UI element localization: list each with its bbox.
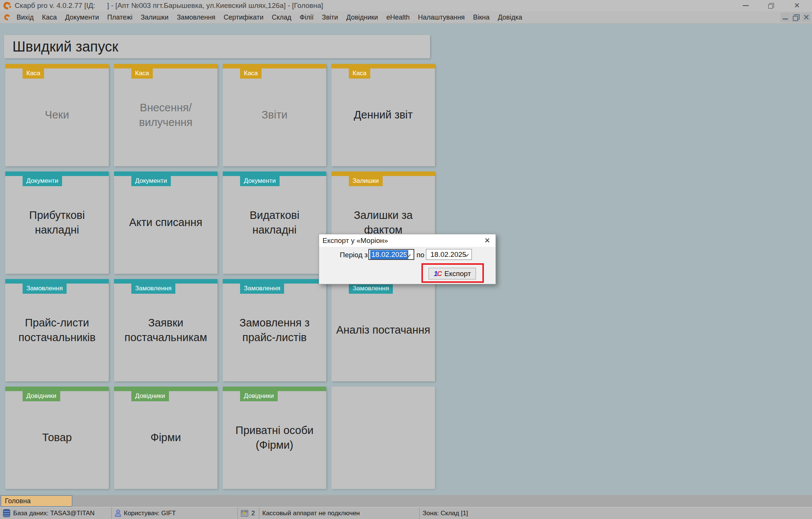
- quick-launch-tile[interactable]: Каса Денний звіт: [331, 64, 435, 166]
- tab-holovna[interactable]: Головна: [1, 495, 72, 507]
- status-bar: База даних: TASA3@TITAN Користувач: GIFT…: [0, 507, 812, 519]
- menu-item-vikna[interactable]: Вікна: [469, 11, 494, 23]
- tile-label: Товар: [9, 387, 105, 489]
- database-label: База даних: TASA3@TITAN: [13, 510, 94, 517]
- zone-label: Зона: Склад [1]: [423, 510, 468, 517]
- quick-launch-tile[interactable]: Документи Видаткові накладні: [223, 171, 326, 274]
- app-logo-icon: [2, 1, 12, 11]
- quick-launch-tile[interactable]: Довідники Фірми: [114, 387, 217, 489]
- date-from-combobox[interactable]: 18.02.2025: [368, 249, 414, 260]
- export-button-label: Експорт: [444, 270, 471, 278]
- menu-item-nalashtuvannia[interactable]: Налаштування: [414, 11, 469, 23]
- menu-item-dovidnyky[interactable]: Довідники: [342, 11, 382, 23]
- menu-bar: Вихід Каса Документи Платежі Залишки Зам…: [0, 11, 812, 24]
- close-icon[interactable]: ✕: [793, 2, 801, 9]
- window-title: Скарб pro v. 4.0.2.77 [ІД: ] - [Апт №003…: [15, 2, 323, 10]
- dialog-title: Експорт у «Моріон»: [319, 237, 388, 245]
- cash-register-icon: [241, 510, 248, 517]
- quick-launch-tile[interactable]: Замовлення Прайс-листи постачальників: [5, 279, 109, 381]
- quick-launch-tile[interactable]: Замовлення Заявки постачальникам: [114, 279, 217, 381]
- menu-app-logo-icon: [3, 13, 11, 21]
- tile-label: Прибуткові накладні: [9, 171, 105, 274]
- tile-label: Видаткові накладні: [227, 171, 322, 274]
- tile-label: Денний звіт: [335, 64, 431, 166]
- status-user: Користувач: GIFT: [112, 507, 238, 519]
- menu-item-platezhi[interactable]: Платежі: [103, 11, 137, 23]
- mdi-restore-icon[interactable]: [791, 12, 801, 22]
- quick-launch-tile[interactable]: Каса Внесення/вилучення: [114, 64, 217, 166]
- page-title: Швидкий запуск: [4, 39, 118, 55]
- export-button[interactable]: 1С Експорт: [429, 268, 476, 279]
- title-bar: Скарб pro v. 4.0.2.77 [ІД: ] - [Апт №003…: [0, 0, 812, 11]
- export-dialog: Експорт у «Моріон» ✕ Період з 18.02.2025…: [319, 234, 496, 284]
- tab-label: Головна: [1, 497, 30, 505]
- 1c-export-icon: 1С: [434, 270, 442, 278]
- mdi-minimize-icon[interactable]: [780, 12, 790, 22]
- status-zone: Зона: Склад [1]: [420, 507, 812, 519]
- user-label: Користувач: GIFT: [124, 510, 176, 517]
- register-count: 2: [251, 510, 255, 517]
- menu-item-sklad[interactable]: Склад: [268, 11, 295, 23]
- menu-items: Вихід Каса Документи Платежі Залишки Зам…: [12, 11, 526, 23]
- quick-launch-tile[interactable]: Замовлення Аналіз постачання: [331, 279, 435, 381]
- minimize-icon[interactable]: [742, 2, 750, 9]
- quick-launch-tile[interactable]: Довідники Товар: [5, 387, 109, 489]
- date-to-value: 18.02.2025: [429, 250, 467, 259]
- menu-item-zalyshky[interactable]: Залишки: [137, 11, 173, 23]
- tile-label: Акти списання: [118, 171, 214, 274]
- tile-label: Внесення/вилучення: [118, 64, 214, 166]
- menu-item-vykhid[interactable]: Вихід: [12, 11, 38, 23]
- tile-label: [335, 387, 431, 489]
- menu-item-dokumenty[interactable]: Документи: [61, 11, 103, 23]
- quick-launch-tile[interactable]: Документи Прибуткові накладні: [5, 171, 109, 274]
- menu-item-zamovlennia[interactable]: Замовлення: [173, 11, 220, 23]
- database-icon: [3, 509, 10, 517]
- period-to-label: по: [417, 251, 424, 259]
- user-icon: [115, 510, 121, 517]
- quick-launch-tile: [331, 387, 435, 489]
- menu-item-dovidka[interactable]: Довідка: [494, 11, 526, 23]
- status-cash-register: Кассовый аппарат не подключен: [259, 507, 420, 519]
- menu-item-filii[interactable]: Філії: [295, 11, 318, 23]
- menu-item-ehealth[interactable]: eHealth: [382, 11, 414, 23]
- quick-launch-tile[interactable]: Довідники Приватні особи (Фірми): [223, 387, 326, 489]
- tile-label: Аналіз постачання: [335, 279, 431, 381]
- status-database: База даних: TASA3@TITAN: [0, 507, 112, 519]
- menu-item-sertyfikaty[interactable]: Сертифікати: [219, 11, 268, 23]
- dialog-title-bar[interactable]: Експорт у «Моріон»: [319, 234, 496, 247]
- tile-label: Прайс-листи постачальників: [9, 279, 105, 381]
- date-to-combobox[interactable]: 18.02.2025: [426, 249, 472, 260]
- quick-launch-tile[interactable]: Каса Звіти: [223, 64, 326, 166]
- tile-label: Приватні особи (Фірми): [227, 387, 322, 489]
- period-from-label: Період з: [340, 251, 368, 259]
- quick-launch-tile[interactable]: Замовлення Замовлення з прайс-листів: [223, 279, 326, 381]
- status-register-count: 2: [238, 507, 259, 519]
- restore-icon[interactable]: [768, 2, 775, 9]
- quick-launch-tile[interactable]: Документи Акти списання: [114, 171, 217, 274]
- dialog-close-icon[interactable]: ✕: [483, 236, 492, 245]
- cash-register-label: Кассовый аппарат не подключен: [262, 510, 360, 517]
- menu-item-zvity[interactable]: Звіти: [318, 11, 342, 23]
- mdi-close-icon[interactable]: ✕: [801, 12, 811, 22]
- quick-launch-tile[interactable]: Каса Чеки: [5, 64, 109, 166]
- date-from-value: 18.02.2025: [370, 250, 408, 259]
- tab-bar: Головна: [0, 495, 812, 507]
- tile-label: Чеки: [9, 64, 105, 166]
- quick-launch-header: Швидкий запуск: [4, 35, 430, 58]
- tile-label: Замовлення з прайс-листів: [227, 279, 322, 381]
- menu-item-kasa[interactable]: Каса: [38, 11, 61, 23]
- tile-label: Фірми: [118, 387, 214, 489]
- tile-label: Звіти: [227, 64, 322, 166]
- tile-label: Заявки постачальникам: [118, 279, 214, 381]
